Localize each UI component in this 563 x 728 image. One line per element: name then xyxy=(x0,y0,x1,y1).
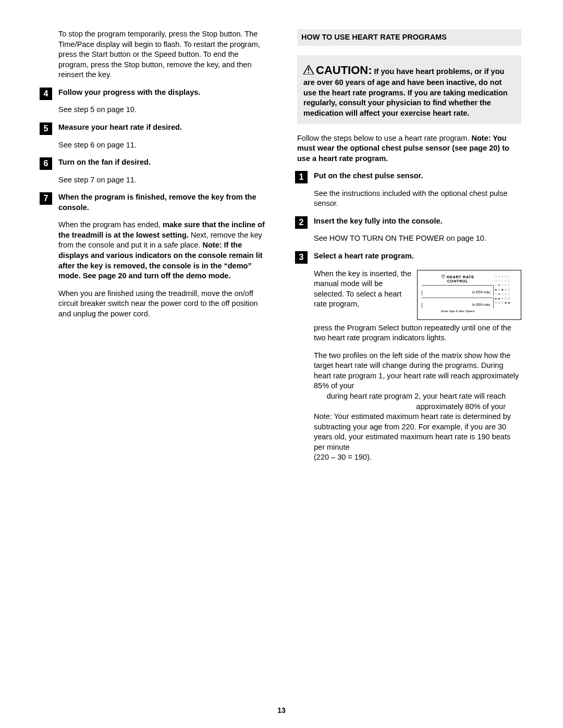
page: To stop the program temporarily, press t… xyxy=(42,29,521,470)
diagram-title: ♡HEART RATE CONTROL xyxy=(422,275,494,283)
hr-step-3-title: Select a heart rate program. xyxy=(314,251,521,262)
hr-step-number-1: 1 xyxy=(295,171,308,183)
hr-intro-a: Follow the steps below to use a heart ra… xyxy=(297,134,471,142)
page-number: 13 xyxy=(0,706,563,715)
step-6-title: Turn on the fan if desired. xyxy=(58,157,266,168)
hr-step-1-body: See the instructions included with the o… xyxy=(314,189,521,209)
step-5-body: See step 6 on page 11. xyxy=(58,140,266,151)
hr-step-1: 1 Put on the chest pulse sensor. See the… xyxy=(297,171,521,209)
profile-85: to 85% max. xyxy=(422,285,494,295)
led-matrix: ○○○○○ ○○○○○ ○●○○○ ●○●○○ ○●○○○ ●●○○○ ○○○●… xyxy=(495,275,518,305)
hr-step-3-para1b: press the Program Select button repeated… xyxy=(314,323,521,343)
hr-step-number-2: 2 xyxy=(295,216,308,229)
step-4-title: Follow your progress with the displays. xyxy=(58,88,266,98)
enter-age-label: Enter Age & Max Speed xyxy=(422,309,494,313)
step7-p1-a: When the program has ended, xyxy=(58,220,163,229)
intro-text: To stop the program temporarily, press t… xyxy=(58,29,266,80)
step-7-para2: When you are finished using the treadmil… xyxy=(58,289,266,319)
step-number-6: 6 xyxy=(40,157,52,170)
heart-rate-control-diagram: ♡HEART RATE CONTROL to 85% max. to 80% m… xyxy=(417,270,521,320)
hr-step-1-title: Put on the chest pulse sensor. xyxy=(314,171,521,181)
profile-80-label: to 80% max. xyxy=(472,303,491,307)
hr-step-3-content: ♡HEART RATE CONTROL to 85% max. to 80% m… xyxy=(314,269,521,463)
left-column: To stop the program temporarily, press t… xyxy=(42,29,271,470)
hr-step-3-para2b: during heart rate program 2, your heart … xyxy=(314,391,521,412)
svg-rect-0 xyxy=(308,68,309,71)
step-7-para1: When the program has ended, make sure th… xyxy=(58,220,266,281)
step-6-body: See step 7 on page 11. xyxy=(58,175,266,186)
pulse-icon: ♡ xyxy=(441,274,446,279)
heart-rate-heading: HOW TO USE HEART RATE PROGRAMS xyxy=(297,29,521,46)
intro-paragraph: To stop the program temporarily, press t… xyxy=(42,29,266,80)
hr-step-3-para2a: The two profiles on the left side of the… xyxy=(314,351,521,391)
step-4: 4 Follow your progress with the displays… xyxy=(42,88,266,115)
caution-title: CAUTION: xyxy=(316,64,372,77)
hr-step-3-para3: Note: Your estimated maximum heart rate … xyxy=(314,412,521,452)
diagram-title-2: CONTROL xyxy=(447,279,469,283)
step-number-7: 7 xyxy=(40,192,52,205)
right-column: HOW TO USE HEART RATE PROGRAMS CAUTION: … xyxy=(292,29,521,470)
step-number-5: 5 xyxy=(40,122,52,135)
step-7: 7 When the program is finished, remove t… xyxy=(42,192,266,319)
step-5: 5 Measure your heart rate if desired. Se… xyxy=(42,122,266,150)
profile-85-label: to 85% max. xyxy=(472,290,491,295)
step-5-title: Measure your heart rate if desired. xyxy=(58,122,266,133)
step-4-body: See step 5 on page 10. xyxy=(58,105,266,115)
profile-80: to 80% max. xyxy=(422,298,494,308)
hr-step-3-para3b: (220 – 30 = 190). xyxy=(314,452,521,463)
step-6: 6 Turn on the fan if desired. See step 7… xyxy=(42,157,266,185)
svg-rect-1 xyxy=(308,72,309,73)
hr-step-number-3: 3 xyxy=(295,251,308,264)
step-7-title: When the program is finished, remove the… xyxy=(58,192,266,213)
hr-step-2-title: Insert the key fully into the console. xyxy=(314,216,521,227)
step-number-4: 4 xyxy=(40,88,52,100)
hr-step-3: 3 Select a heart rate program. ♡HEART RA… xyxy=(297,251,521,463)
caution-box: CAUTION: If you have heart problems, or … xyxy=(297,55,521,124)
hr-step-2-body: See HOW TO TURN ON THE POWER on page 10. xyxy=(314,233,521,244)
hr-intro: Follow the steps below to use a heart ra… xyxy=(297,133,521,164)
hr-step-2: 2 Insert the key fully into the console.… xyxy=(297,216,521,244)
diagram-inner: ♡HEART RATE CONTROL to 85% max. to 80% m… xyxy=(422,275,494,315)
warning-icon xyxy=(303,65,314,78)
